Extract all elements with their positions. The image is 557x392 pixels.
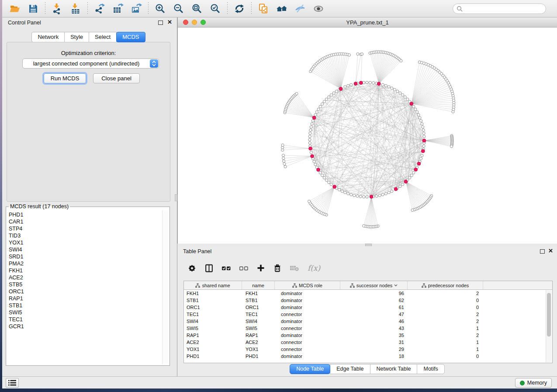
table-row-ORC1[interactable]: ORC1ORC1dominator610: [184, 304, 552, 311]
tab-select[interactable]: Select: [89, 32, 117, 42]
network-window-titlebar: YPA_prune.txt_1: [178, 17, 557, 28]
control-panel-tabs: NetworkStyleSelectMCDS: [2, 32, 175, 42]
close-panel-icon[interactable]: ✕: [548, 248, 553, 254]
close-panel-icon[interactable]: ✕: [167, 19, 172, 25]
result-list-scrollbar[interactable]: [162, 210, 168, 364]
cell: YOX1: [184, 346, 242, 353]
panel-menu-button[interactable]: [6, 378, 19, 388]
mcds-result-item[interactable]: GCR1: [9, 323, 161, 330]
scrollbar-thumb[interactable]: [547, 293, 551, 337]
mcds-result-item[interactable]: PHD1: [9, 211, 161, 218]
zoom-fit-button[interactable]: [191, 3, 203, 14]
cell: 62: [340, 297, 408, 304]
tab-edge-table[interactable]: Edge Table: [330, 364, 370, 374]
criterion-select[interactable]: largest connected component (undirected): [22, 58, 159, 69]
zoom-selected-button[interactable]: [210, 3, 221, 14]
mcds-result-item[interactable]: STP4: [9, 225, 161, 232]
tab-network[interactable]: Network: [31, 32, 65, 42]
table-row-SWI4[interactable]: SWI4SWI4dominator462: [184, 318, 552, 325]
delete-column-button[interactable]: [273, 263, 282, 273]
save-session-button[interactable]: [28, 3, 39, 14]
export-table-button[interactable]: [112, 3, 124, 14]
mcds-result-item[interactable]: ACE2: [9, 274, 161, 281]
tab-network-table[interactable]: Network Table: [370, 364, 418, 374]
cell: dominator: [275, 304, 340, 311]
table-row-STB1[interactable]: STB1STB1dominator620: [184, 297, 552, 304]
mcds-result-item[interactable]: SRD1: [9, 253, 161, 260]
hide-selected-button[interactable]: [294, 3, 306, 14]
tab-style[interactable]: Style: [64, 32, 89, 42]
run-mcds-button[interactable]: Run MCDS: [44, 73, 86, 83]
control-panel: Control Panel ✕ NetworkStyleSelectMCDS O…: [2, 17, 175, 376]
cell: ACE2: [242, 339, 275, 346]
import-table-button[interactable]: [70, 3, 81, 14]
deselect-all-columns-button[interactable]: [239, 263, 249, 273]
refresh-layout-button[interactable]: [234, 3, 245, 14]
cell: SWI5: [184, 325, 242, 332]
select-all-columns-button[interactable]: [221, 263, 231, 273]
float-panel-icon[interactable]: [158, 21, 163, 25]
table-row-RAP1[interactable]: RAP1RAP1dominator352: [184, 332, 552, 339]
column-header-successor-nodes[interactable]: successor nodes: [340, 281, 408, 289]
mcds-result-item[interactable]: FKH1: [9, 267, 161, 274]
table-row-TEC1[interactable]: TEC1TEC1connector472: [184, 311, 552, 318]
zoom-out-button[interactable]: [173, 3, 184, 14]
toolbar-separator: [148, 2, 149, 15]
zoom-in-button[interactable]: [155, 3, 166, 14]
cell: STB1: [184, 297, 242, 304]
cell: 61: [340, 304, 408, 311]
mcds-result-item[interactable]: TID3: [9, 232, 161, 239]
criterion-select-value: largest connected component (undirected): [23, 60, 150, 67]
column-header-predecessor-nodes[interactable]: predecessor nodes: [408, 281, 483, 289]
tab-mcds[interactable]: MCDS: [116, 32, 145, 42]
table-options-button[interactable]: [187, 263, 197, 273]
float-panel-icon[interactable]: [540, 249, 545, 254]
network-canvas[interactable]: [178, 27, 557, 244]
memory-status-icon: [520, 381, 525, 385]
table-row-FKH1[interactable]: FKH1FKH1dominator962: [184, 290, 552, 297]
first-neighbors-button[interactable]: [276, 3, 287, 14]
cell: 35: [340, 332, 408, 339]
memory-button[interactable]: Memory: [515, 378, 552, 388]
save-icon: [28, 3, 39, 14]
column-header-shared-name[interactable]: shared name: [184, 281, 242, 289]
mcds-result-item[interactable]: RAP1: [9, 295, 161, 302]
mcds-result-item[interactable]: CAR1: [9, 218, 161, 225]
mcds-result-item[interactable]: ORC1: [9, 288, 161, 295]
show-columns-button[interactable]: [204, 263, 214, 273]
export-image-button[interactable]: [131, 3, 142, 14]
show-all-button[interactable]: [313, 3, 324, 14]
node-table: shared namenameMCDS rolesuccessor nodesp…: [183, 281, 553, 363]
column-header-name[interactable]: name: [242, 281, 275, 289]
plus-icon: [256, 264, 265, 272]
export-network-button[interactable]: [94, 3, 105, 14]
tab-motifs[interactable]: Motifs: [417, 364, 444, 374]
mcds-result-item[interactable]: YOX1: [9, 239, 161, 246]
mcds-result-item[interactable]: SWI4: [9, 246, 161, 253]
table-scrollbar[interactable]: [546, 290, 552, 362]
import-table-icon: [70, 3, 81, 14]
table-row-ACE2[interactable]: ACE2ACE2connector311: [184, 339, 552, 346]
table-row-SWI5[interactable]: SWI5SWI5connector431: [184, 325, 552, 332]
cell: 18: [340, 353, 408, 360]
open-file-button[interactable]: [9, 3, 21, 14]
table-row-PHD1[interactable]: PHD1PHD1dominator180: [184, 353, 552, 360]
table-row-YOX1[interactable]: YOX1YOX1connector291: [184, 346, 552, 353]
cell: RAP1: [184, 332, 242, 339]
mcds-result-item[interactable]: STB1: [9, 302, 161, 309]
close-panel-button[interactable]: Close panel: [93, 73, 140, 83]
mcds-result-item[interactable]: TEC1: [9, 316, 161, 323]
add-column-button[interactable]: [256, 263, 265, 273]
table-panel-title: Table Panel: [183, 248, 211, 254]
column-header-MCDS-role[interactable]: MCDS role: [275, 281, 340, 289]
select-stepper-icon: [150, 59, 158, 68]
copy-network-button[interactable]: [258, 3, 269, 14]
import-network-button[interactable]: [52, 3, 63, 14]
mcds-result-item[interactable]: PMA2: [9, 260, 161, 267]
mcds-result-item[interactable]: STB5: [9, 281, 161, 288]
mcds-result-item[interactable]: SWI5: [9, 309, 161, 316]
search-input[interactable]: [465, 5, 543, 13]
cell: TEC1: [242, 311, 275, 318]
toolbar-separator: [87, 2, 88, 15]
tab-node-table[interactable]: Node Table: [290, 364, 330, 374]
